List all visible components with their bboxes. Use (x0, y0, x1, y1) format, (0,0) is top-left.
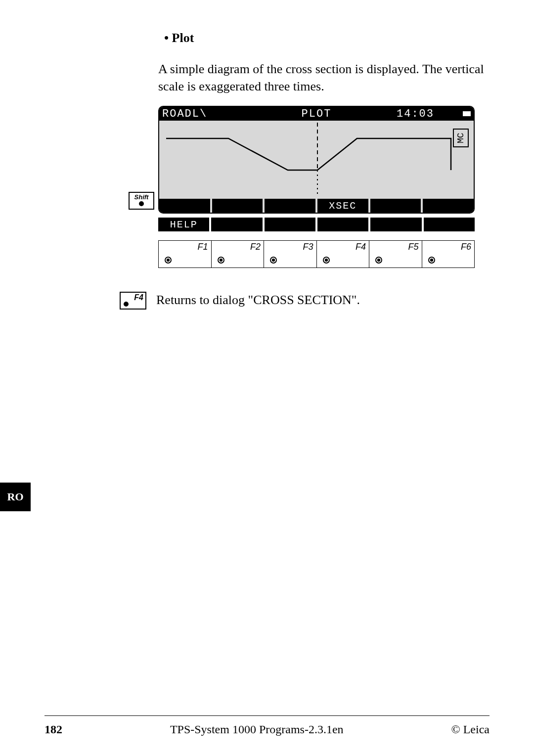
footnote: F4 Returns to dialog "CROSS SECTION". (120, 292, 499, 310)
fkey-legend-row: F1 F2 F3 F4 F5 F6 (158, 240, 475, 268)
footer-center: TPS-System 1000 Programs-2.3.1en (170, 723, 344, 736)
fkey-f1[interactable]: F1 (159, 241, 212, 267)
fkey-dot-icon (428, 257, 435, 264)
softkey-row-1: XSEC (159, 199, 474, 213)
fkey-f6-label: F6 (461, 242, 471, 252)
titlebar-time: 14:03 (397, 108, 434, 120)
softkey-2-1-help[interactable]: HELP (158, 218, 209, 231)
section-paragraph: A simple diagram of the cross section is… (158, 60, 499, 95)
mc-badge: MC (453, 129, 469, 147)
footnote-key-dot-icon (124, 302, 129, 307)
footer-page-number: 182 (44, 723, 62, 736)
footnote-key-label: F4 (134, 293, 143, 302)
softkey-2-2[interactable] (211, 218, 262, 231)
fkey-dot-icon (218, 257, 224, 264)
softkey-2-3[interactable] (265, 218, 315, 231)
footnote-text: Returns to dialog "CROSS SECTION". (156, 292, 360, 308)
screen-titlebar: ROADL\ PLOT 14:03 (159, 107, 474, 121)
fkey-f3[interactable]: F3 (264, 241, 317, 267)
titlebar-center: PLOT (302, 108, 332, 120)
footnote-key-f4: F4 (120, 292, 146, 310)
fkey-f4-label: F4 (356, 242, 366, 252)
softkey-1-1[interactable] (159, 199, 212, 213)
titlebar-left: ROADL\ (162, 108, 207, 120)
softkey-row-2: HELP (158, 218, 475, 231)
softkey-1-3[interactable] (265, 199, 317, 213)
fkey-f2[interactable]: F2 (212, 241, 265, 267)
softkey-1-6[interactable] (423, 199, 474, 213)
fkey-dot-icon (165, 257, 172, 264)
softkey-1-4-xsec[interactable]: XSEC (317, 199, 370, 213)
fkey-f5-label: F5 (408, 242, 418, 252)
fkey-dot-icon (375, 257, 382, 264)
fkey-f2-label: F2 (250, 242, 261, 252)
shift-key-dot-icon (139, 201, 144, 206)
fkey-f4[interactable]: F4 (317, 241, 370, 267)
shift-key-label: Shift (134, 193, 149, 201)
side-tab-ro: RO (0, 483, 31, 511)
fkey-f3-label: F3 (303, 242, 313, 252)
fkey-dot-icon (270, 257, 277, 264)
shift-key-graphic: Shift (129, 192, 154, 210)
footer-right: © Leica (451, 723, 490, 736)
plot-area: MC (159, 121, 474, 199)
fkey-f6[interactable]: F6 (422, 241, 475, 267)
fkey-dot-icon (323, 257, 330, 264)
softkey-1-2[interactable] (212, 199, 265, 213)
softkey-2-6[interactable] (424, 218, 475, 231)
softkey-1-5[interactable] (370, 199, 423, 213)
fkey-f5[interactable]: F5 (369, 241, 422, 267)
section-heading: Plot (158, 31, 499, 45)
titlebar-battery-icon (463, 111, 471, 116)
fkey-f1-label: F1 (197, 242, 208, 252)
device-screen: ROADL\ PLOT 14:03 MC (158, 106, 475, 214)
cross-section-diagram (159, 121, 475, 199)
softkey-2-4[interactable] (317, 218, 368, 231)
softkey-2-5[interactable] (370, 218, 421, 231)
page-footer: 182 TPS-System 1000 Programs-2.3.1en © L… (44, 715, 490, 736)
